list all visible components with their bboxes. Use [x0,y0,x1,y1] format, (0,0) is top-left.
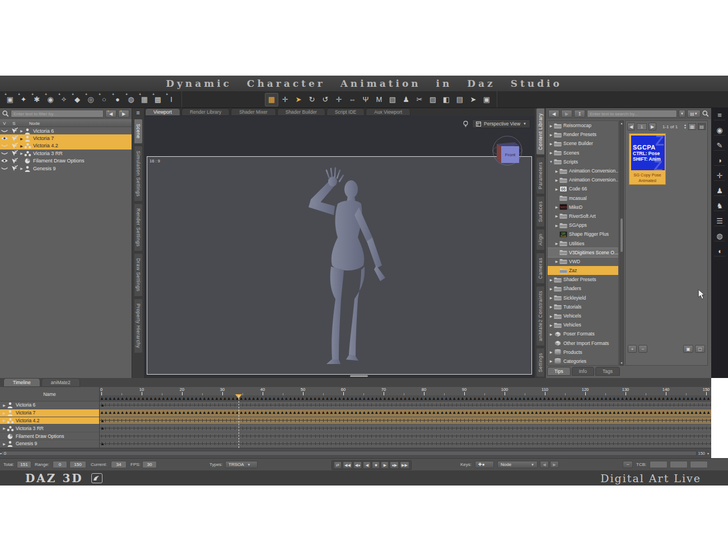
hscroll-groove[interactable] [1,451,697,456]
key-forward-button[interactable]: ▶ [550,461,559,468]
new-instance-group-icon[interactable]: +▦ [138,93,151,106]
texturing-activity-icon[interactable]: ✎ [714,141,725,151]
tree-item-shader-presets[interactable]: ▶Shader Presets [548,275,618,284]
next-frame-button[interactable]: ▶ [381,461,389,469]
prev-key-button[interactable]: ◀● [353,461,362,469]
tab-tags[interactable]: Tags [595,367,620,376]
shaping-activity-icon[interactable]: ♞ [714,201,725,211]
pane-menu-icon[interactable]: ≡ [132,108,144,117]
collapse-arrow-icon[interactable]: ▼ [549,160,553,164]
timeline-row-victoria-4-2[interactable]: ▶Victoria 4.2 [0,417,99,425]
panel-menu-icon[interactable]: ≡ [714,110,725,120]
tree-item-tutorials[interactable]: ▶Tutorials [548,302,618,311]
expand-arrow-icon[interactable]: ▶ [19,151,24,155]
expand-arrow-icon[interactable]: ▶ [19,166,24,170]
expand-arrow-icon[interactable]: ▶ [554,214,559,218]
expand-arrow-icon[interactable]: ▶ [19,129,24,133]
hscroll-right-icon[interactable]: ▾ [707,451,709,455]
lighting-activity-icon[interactable]: ◑ [714,156,725,166]
expand-arrow-icon[interactable]: ▶ [554,169,559,173]
figure-victoria[interactable] [303,167,387,368]
current-frame-box[interactable]: 34 [111,461,127,468]
key-options-button[interactable]: ✚● [475,461,494,468]
add-button[interactable]: + [628,345,637,353]
range-end-box[interactable]: 150 [69,461,86,468]
morph-tool-icon[interactable]: M [372,93,386,106]
key-back-button[interactable]: ◀ [540,461,549,468]
tab-shader-builder[interactable]: Shader Builder [277,108,325,116]
tree-item-sgapps[interactable]: ▶SGApps [548,221,618,230]
track-victoria-7[interactable]: ▲▲▲▲▲▲▲▲▲▲▲▲▲▲▲▲▲▲▲▲▲▲▲▲▲▲▲▲▲▲▲▲▲▲▲▲▲▲▲▲… [100,409,711,417]
selectable-icon[interactable] [9,158,19,164]
expand-arrow-icon[interactable]: ▶ [19,137,24,141]
node-selection-tool-icon[interactable]: ▦ [265,93,278,106]
grid-view-button[interactable]: ▦ [688,123,696,130]
tab-timeline[interactable]: Timeline [3,378,40,387]
expand-arrow-icon[interactable]: ▶ [2,411,7,415]
expand-arrow-icon[interactable]: ▶ [2,442,7,446]
expand-arrow-icon[interactable]: ▶ [549,332,553,336]
loop-button[interactable]: ⇄ [334,461,342,469]
expand-arrow-icon[interactable]: ▶ [19,144,24,148]
nav-back-button[interactable]: ◀ [548,110,559,118]
render-camera-icon[interactable]: ▣ [480,93,493,106]
selectable-icon[interactable] [9,150,19,156]
expand-arrow-icon[interactable]: ▶ [549,124,553,128]
eye-open-icon[interactable] [0,158,9,163]
scene-row-victoria-7[interactable]: ▶Victoria 7 [0,134,132,142]
tree-item-mcasual[interactable]: mcasual [548,194,618,203]
eye-closed-icon[interactable] [0,143,9,148]
new-measure-metrics-icon[interactable]: +Ⅰ [165,93,178,106]
frame-tool-icon[interactable]: ✛ [278,93,292,106]
universal-pointer-tool-icon[interactable]: ➤ [292,93,305,106]
search-icon[interactable] [702,110,709,117]
stop-button[interactable]: ■ [372,461,380,469]
figure-setup-tool-icon[interactable]: ♟ [399,93,413,106]
selectable-icon[interactable] [9,165,19,171]
scrollbar-thumb[interactable] [620,218,623,252]
selectable-icon[interactable] [9,128,19,134]
types-select[interactable]: TRSOA▼ [225,461,258,468]
tab-render-library[interactable]: Render Library [181,108,230,116]
pointer-settings-icon[interactable]: ➤ [466,93,480,106]
remove-button[interactable]: − [638,345,647,353]
new-perspective-camera-icon[interactable]: +◆ [71,93,84,106]
tab-viewport[interactable]: Viewport [145,108,180,116]
expand-arrow-icon[interactable]: ▶ [549,142,553,146]
tree-item-render-presets[interactable]: ▶Render Presets [548,130,618,139]
geometry-editor-tool-icon[interactable]: ✂ [413,93,426,106]
scene-row-victoria-4-2[interactable]: ▶Victoria 4.2 [0,142,132,150]
tree-item-scenes[interactable]: ▶Scenes [548,148,618,157]
scene-row-genesis-9[interactable]: ▶Genesis 9 [0,165,132,172]
camera-view-select[interactable]: Perspective View ▼ [472,119,530,128]
tree-item-miked[interactable]: ▶MDMikeD [548,203,618,212]
rotate-tool-icon[interactable]: ↺ [319,93,332,106]
new-node-icon[interactable]: +◎ [84,93,97,106]
view-cube-gizmo[interactable]: Front [490,134,525,167]
right-tab-align[interactable]: Align [536,228,545,250]
tree-item-shape-rigger-plus[interactable]: SRPLUSShape Rigger Plus [548,230,618,239]
eye-closed-icon[interactable] [0,166,9,171]
expand-arrow-icon[interactable]: ▶ [554,187,559,191]
tree-scrollbar[interactable]: ▲ ▼ [619,120,624,366]
total-frames-box[interactable]: 151 [17,461,31,468]
scroll-down-icon[interactable]: ▼ [620,361,623,365]
search-dropdown-button[interactable]: ▼ [679,110,685,118]
timeline-summary-track[interactable]: ▲▲▲▲▲▲▲▲▲▲▲▲▲▲▲▲▲▲▲▲▲▲▲▲▲▲▲▲▲▲▲▲▲▲▲▲▲▲▲▲… [100,395,711,402]
tree-item-zaz[interactable]: Zaz [548,266,618,275]
right-tab-content-library[interactable]: Content Library [536,108,545,155]
scene-row-victoria-3-rr[interactable]: ▶Victoria 3 RR [0,150,132,157]
mask-activity-icon[interactable]: ◖ [714,246,725,256]
tree-item-animation-conversion[interactable]: ▶Animation Conversion... [548,166,618,175]
track-filament-draw-options[interactable] [100,432,711,440]
timeline-hscroll[interactable]: ▾ 0 150 ▾ [0,448,711,458]
right-tab-settings[interactable]: Settings [536,348,545,377]
timeline-row-victoria-7[interactable]: ▶Victoria 7 [0,409,99,417]
expand-arrow-icon[interactable]: ▶ [549,296,553,300]
scene-row-victoria-6[interactable]: ▶Victoria 6 [0,127,132,134]
expand-arrow-icon[interactable]: ▶ [549,133,553,137]
new-instance-icon[interactable]: +◍ [124,93,138,106]
tree-item-scripts[interactable]: ▼Scripts [548,157,618,166]
eye-closed-icon[interactable] [0,129,9,133]
expand-arrow-icon[interactable]: ▶ [554,259,559,263]
